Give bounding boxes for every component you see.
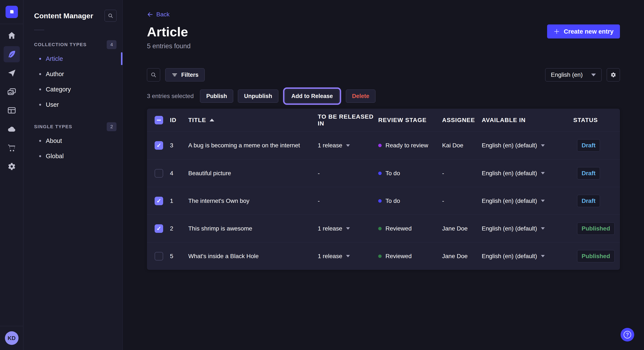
home-icon[interactable] (6, 30, 17, 41)
filters-button[interactable]: Filters (165, 68, 205, 81)
row-checkbox[interactable] (154, 197, 163, 205)
cell-title: A bug is becoming a meme on the internet (186, 142, 316, 149)
chevron-down-icon (541, 144, 545, 147)
cell-id: 4 (168, 170, 186, 177)
cell-id: 1 (168, 197, 186, 204)
sidebar-item[interactable]: Author (34, 66, 116, 82)
selection-summary: 3 entries selected (147, 93, 194, 100)
locale-dropdown[interactable]: English (en) (default) (482, 253, 545, 260)
sidebar-item[interactable]: User (34, 97, 116, 112)
locale-dropdown[interactable]: English (en) (default) (482, 197, 545, 204)
select-all-checkbox[interactable] (154, 116, 163, 124)
release-dropdown[interactable]: 1 release (318, 225, 350, 232)
column-to-be-released-in[interactable]: TO BE RELEASED IN (316, 113, 376, 127)
row-checkbox[interactable] (154, 224, 163, 233)
table-row[interactable]: 5 What's inside a Black Hole 1 release R… (147, 242, 620, 270)
column-id[interactable]: ID (168, 117, 186, 124)
section-count-badge: 2 (107, 122, 116, 131)
sidebar-item[interactable]: Global (34, 149, 116, 164)
sidebar-item[interactable]: About (34, 133, 116, 149)
section-count-badge: 4 (107, 40, 116, 49)
release-dropdown[interactable]: 1 release (318, 253, 350, 260)
column-assignee[interactable]: ASSIGNEE (440, 117, 480, 124)
release-dropdown[interactable]: - (318, 170, 320, 177)
sidebar-item-list: About Global (34, 133, 116, 164)
column-available-in[interactable]: AVAILABLE IN (480, 117, 572, 124)
cell-assignee: - (440, 170, 480, 177)
column-review-stage[interactable]: REVIEW STAGE (376, 117, 440, 124)
chevron-down-icon (346, 144, 350, 147)
back-link[interactable]: Back (147, 11, 170, 18)
table-row[interactable]: 4 Beautiful picture - To do - English (e… (147, 159, 620, 187)
create-new-entry-button[interactable]: Create new entry (547, 24, 620, 38)
row-checkbox[interactable] (154, 252, 163, 260)
column-title[interactable]: TITLE (186, 117, 316, 124)
delete-button[interactable]: Delete (346, 90, 376, 103)
sidebar-item[interactable]: Category (34, 82, 116, 97)
chevron-down-icon (541, 200, 545, 202)
user-avatar[interactable]: KD (5, 331, 18, 345)
cell-title: What's inside a Black Hole (186, 253, 316, 260)
search-entries-icon[interactable] (147, 68, 160, 81)
entries-table: ID TITLE TO BE RELEASED IN REVIEW STAGE … (147, 109, 620, 270)
nav-rail: KD (0, 0, 24, 350)
sidebar-item-list: Article Author Category User (34, 51, 116, 112)
stage-dot-icon (378, 199, 382, 203)
locale-selected-value: English (en) (551, 71, 583, 78)
rail-spacer (0, 172, 23, 326)
cell-assignee: - (440, 197, 480, 204)
sidebar-section: SINGLE TYPES 2 About Global (34, 122, 116, 164)
rail-nav (0, 24, 23, 172)
locale-dropdown[interactable]: English (en) (default) (482, 142, 545, 149)
chevron-down-icon (346, 255, 350, 257)
table-row[interactable]: 3 A bug is becoming a meme on the intern… (147, 132, 620, 159)
bullet-icon (39, 73, 41, 75)
sidebar-sections: COLLECTION TYPES 4 Article Author Catego… (24, 39, 122, 164)
locale-dropdown[interactable]: English (en) (default) (482, 225, 545, 232)
chevron-down-icon (541, 227, 545, 230)
stage-dot-icon (378, 172, 382, 175)
locale-select[interactable]: English (en) (545, 68, 602, 81)
row-checkbox[interactable] (154, 141, 163, 150)
status-badge: Published (577, 222, 614, 235)
release-dropdown[interactable]: 1 release (318, 142, 350, 149)
status-badge: Draft (577, 139, 600, 152)
table-row[interactable]: 1 The internet's Own boy - To do - Engli… (147, 187, 620, 214)
publish-button[interactable]: Publish (200, 90, 233, 103)
stage-dot-icon (378, 144, 382, 147)
content-manager-feather-icon[interactable] (4, 46, 20, 62)
cell-review-stage: To do (376, 197, 440, 204)
search-icon[interactable] (104, 10, 116, 22)
releases-paper-plane-icon[interactable] (6, 68, 17, 78)
media-library-icon[interactable] (6, 87, 17, 97)
content-type-builder-icon[interactable] (6, 105, 17, 116)
cell-assignee: Jane Doe (440, 225, 480, 232)
page-title: Article (147, 25, 188, 38)
section-label: SINGLE TYPES (34, 124, 72, 130)
unpublish-button[interactable]: Unpublish (238, 90, 278, 103)
strapi-logo[interactable] (6, 6, 18, 18)
table-row[interactable]: 2 This shrimp is awesome 1 release Revie… (147, 214, 620, 242)
toolbar-right: English (en) (545, 68, 620, 81)
sidebar-title: Content Manager (34, 12, 93, 20)
release-dropdown[interactable]: - (318, 197, 320, 204)
column-status[interactable]: STATUS (572, 117, 620, 124)
cell-assignee: Jane Doe (440, 253, 480, 260)
sidebar-item[interactable]: Article (34, 51, 116, 66)
bullet-icon (39, 88, 41, 90)
marketplace-cart-icon[interactable] (6, 143, 17, 153)
entries-count: 5 entries found (147, 42, 620, 50)
list-settings-gear-icon[interactable] (607, 68, 620, 81)
add-to-release-button[interactable]: Add to Release (285, 90, 339, 103)
table-header: ID TITLE TO BE RELEASED IN REVIEW STAGE … (147, 109, 620, 132)
locale-dropdown[interactable]: English (en) (default) (482, 170, 545, 177)
plus-icon (554, 28, 560, 35)
cloud-icon[interactable] (6, 124, 17, 134)
arrow-left-icon (147, 11, 153, 18)
row-checkbox[interactable] (154, 169, 163, 177)
help-button[interactable]: ? (620, 328, 634, 342)
settings-gear-icon[interactable] (6, 161, 17, 172)
rail-bottom: KD (0, 326, 23, 350)
filter-lines-icon (172, 72, 178, 78)
bullet-icon (39, 104, 41, 106)
